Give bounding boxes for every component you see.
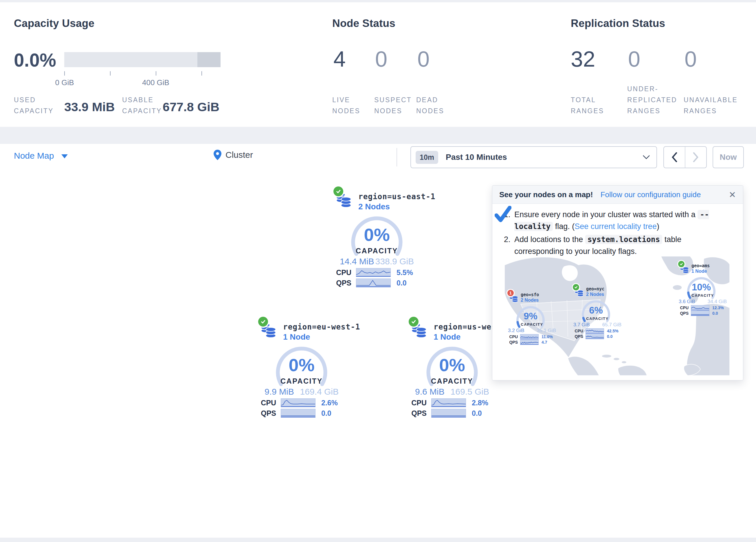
cpu-sparkline (691, 305, 709, 311)
qps-value: 0.0 (607, 334, 612, 339)
cpu-label: CPU (258, 399, 276, 407)
capacity-percent: 0% (423, 356, 481, 374)
qps-sparkline (356, 279, 391, 287)
time-forward-button[interactable] (685, 147, 706, 168)
qps-value: 0.0 (397, 279, 407, 287)
used-value: 3.7 GiB (573, 322, 590, 328)
cpu-sparkline (586, 328, 604, 334)
status-ok-icon (258, 317, 268, 327)
total-value: 35.1 GiB (537, 328, 556, 334)
cpu-sparkline (431, 398, 466, 407)
qps-sparkline (281, 409, 315, 418)
cpu-sparkline (356, 268, 391, 277)
usable-capacity-value: 677.8 GiB (163, 101, 219, 113)
usable-capacity-label: USABLE CAPACITY (122, 94, 162, 116)
map-node-geo-ams[interactable]: geo=ams 1 Node 10% CAPACITY 3.6 GiB34.4 … (678, 260, 727, 317)
region-block-us-east-1: region=us-east-1 2 Nodes 0% CAPACITY 14.… (333, 185, 421, 290)
capacity-tick-0: 0 GiB (47, 78, 82, 87)
region-nodes-link[interactable]: 1 Node (283, 333, 310, 342)
capacity-tick-400: 400 GiB (138, 78, 173, 87)
cpu-value: 42.5% (607, 329, 619, 333)
status-ok-icon (573, 284, 579, 291)
status-warning-badge: 1 (507, 290, 514, 296)
cpu-sparkline (281, 398, 315, 407)
dead-nodes-count: 0 (417, 48, 430, 70)
qps-value: 0.0 (321, 409, 331, 418)
chevron-down-icon (643, 155, 650, 159)
under-replicated-count: 0 (628, 48, 640, 70)
region-name: region=eu-west-1 (283, 323, 360, 331)
system-locations-code: system.locations (585, 235, 662, 244)
under-replicated-label: UNDER- REPLICATED RANGES (627, 83, 677, 116)
breadcrumb-label: Cluster (225, 150, 253, 160)
qps-sparkline (586, 334, 604, 339)
capacity-percent: 9% (515, 311, 546, 321)
capacity-label: CAPACITY (573, 317, 622, 321)
status-ok-icon (333, 186, 343, 196)
qps-label: QPS (333, 279, 351, 287)
cpu-label: CPU (408, 399, 427, 407)
node-map-canvas: region=us-east-1 2 Nodes 0% CAPACITY 14.… (0, 171, 756, 538)
locality-name: geo=nyc (586, 287, 604, 292)
cpu-label: CPU (678, 306, 689, 310)
used-value: 9.6 MiB (415, 387, 445, 397)
configuration-guide-link[interactable]: Follow our configuration guide (601, 190, 701, 199)
close-icon[interactable]: ✕ (729, 190, 736, 200)
used-capacity-label: USED CAPACITY (14, 94, 54, 116)
now-button[interactable]: Now (713, 146, 744, 168)
time-range-label: Past 10 Minutes (446, 152, 507, 162)
region-block-us-west-1: region=us-west-1 1 Node 0% CAPACITY 9.6 … (408, 316, 496, 420)
map-node-geo-nyc[interactable]: geo=nyc 2 Nodes 6% CAPACITY 3.7 GiB65.7 … (573, 284, 622, 340)
qps-label: QPS (408, 409, 427, 418)
caret-down-icon (61, 154, 68, 158)
breadcrumb[interactable]: Cluster (214, 150, 253, 160)
total-value: 65.7 GiB (602, 322, 621, 328)
locality-tree-link[interactable]: See current locality tree (575, 222, 657, 231)
cpu-label: CPU (573, 329, 583, 333)
time-range-select[interactable]: 10m Past 10 Minutes (410, 146, 657, 168)
chevron-right-icon (693, 152, 699, 162)
locality-nodes-link[interactable]: 1 Node (691, 269, 707, 274)
cpu-label: CPU (333, 268, 351, 277)
time-back-button[interactable] (664, 147, 685, 168)
locality-name: geo=sfo (521, 292, 539, 297)
capacity-percent: 6% (580, 306, 612, 315)
region-name: region=us-east-1 (358, 192, 435, 201)
live-nodes-label: LIVE NODES (332, 94, 360, 116)
qps-sparkline (691, 311, 709, 316)
status-ok-icon (409, 317, 419, 327)
cpu-value: 5.5% (397, 268, 413, 277)
map-node-geo-sfo[interactable]: 1 geo=sfo 2 Nodes 9% CAPACITY 3.2 GiB35.… (507, 289, 557, 346)
view-selector-dropdown[interactable]: Node Map (14, 151, 68, 161)
region-nodes-link[interactable]: 2 Nodes (358, 202, 390, 211)
suspect-nodes-label: SUSPECT NODES (374, 94, 412, 116)
capacity-percent: 0% (348, 226, 406, 244)
cpu-sparkline (520, 334, 539, 339)
locality-nodes-link[interactable]: 2 Nodes (521, 298, 539, 303)
capacity-label: CAPACITY (333, 247, 420, 255)
total-value: 34.4 GiB (708, 299, 727, 305)
blue-check-icon (495, 206, 511, 224)
cpu-label: CPU (507, 335, 518, 339)
capacity-label: CAPACITY (507, 322, 557, 327)
total-value: 169.5 GiB (451, 387, 489, 397)
locality-nodes-link[interactable]: 2 Nodes (586, 292, 604, 297)
total-ranges-count: 32 (571, 48, 595, 70)
capacity-label: CAPACITY (678, 293, 727, 298)
qps-label: QPS (573, 334, 583, 339)
used-value: 3.6 GiB (679, 299, 695, 305)
qps-label: QPS (678, 311, 689, 316)
qps-label: QPS (258, 409, 276, 418)
cpu-value: 2.8% (472, 399, 488, 407)
unavailable-label: UNAVAILABLE RANGES (684, 94, 738, 116)
node-map-setup-popup: See your nodes on a map! Follow our conf… (492, 185, 743, 381)
qps-value: 0.0 (472, 409, 482, 418)
region-nodes-link[interactable]: 1 Node (434, 333, 460, 342)
qps-value: 0.0 (712, 311, 718, 316)
unavailable-count: 0 (685, 48, 697, 70)
summary-panel: Capacity Usage 0.0% 0 GiB 400 GiB USED C… (0, 2, 756, 127)
locality-name: geo=ams (691, 263, 710, 268)
capacity-percent: 10% (685, 282, 717, 292)
used-value: 9.9 MiB (265, 387, 294, 397)
used-value: 3.2 GiB (508, 328, 524, 334)
